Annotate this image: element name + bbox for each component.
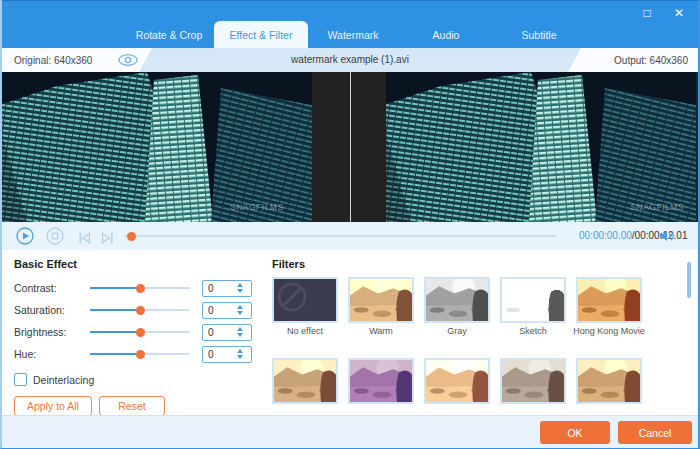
spin-down-icon[interactable] [237,289,243,293]
hue-row: Hue: [14,343,262,365]
filter-label: Hong Kong Movie [566,326,652,336]
hue-label: Hue: [14,348,90,360]
hue-slider-thumb[interactable] [136,350,145,359]
contrast-spinbox [202,280,252,297]
footer-bar: OK Cancel [2,415,698,448]
reset-button[interactable]: Reset [99,396,165,416]
title-bar: □ ✕ Rotate & Crop Effect & Filter Waterm… [2,0,698,48]
preview-eye-button[interactable] [118,54,138,68]
brightness-value-input[interactable] [203,327,235,338]
filter-thumbnail[interactable] [424,358,490,404]
video-watermark: SNAGFILMS [230,202,284,212]
saturation-slider[interactable] [90,309,190,311]
filter-thumbnail[interactable] [576,358,642,404]
brightness-spinbox [202,324,252,341]
filter-thumbnail-no-effect[interactable] [272,277,338,323]
basic-effect-section: Basic Effect Contrast: Saturation: Brigh [14,258,262,416]
saturation-label: Saturation: [14,304,90,316]
deinterlacing-row: Deinterlacing [14,372,262,387]
slider-fill [90,309,140,311]
no-effect-icon [274,279,336,321]
apply-to-all-button[interactable]: Apply to All [14,396,92,416]
tab-rotate-crop[interactable]: Rotate & Crop [122,21,216,49]
play-icon [16,227,34,245]
volume-button[interactable] [659,229,676,247]
play-button[interactable] [16,227,34,249]
brightness-slider-thumb[interactable] [136,328,145,337]
hue-slider[interactable] [90,353,190,355]
saturation-value-input[interactable] [203,305,235,316]
brightness-label: Brightness: [14,326,90,338]
deinterlacing-checkbox[interactable] [14,373,27,386]
original-video-preview [2,72,312,222]
next-frame-button[interactable] [100,230,114,248]
ok-button[interactable]: OK [540,421,610,444]
basic-effect-buttons: Apply to All Reset [14,396,262,416]
filter-thumbnail-gray[interactable] [424,277,490,323]
contrast-value-input[interactable] [203,283,235,294]
preview-area: SNAGFILMS SNAGFILMS [2,72,698,222]
playback-bar: 00:00:00.00/00:00:12.01 [2,222,698,250]
hue-value-input[interactable] [203,349,235,360]
info-bar: watermark example (1).avi Original: 640x… [2,48,698,72]
stop-icon [46,227,64,245]
cancel-button[interactable]: Cancel [618,421,692,444]
saturation-row: Saturation: [14,299,262,321]
current-time: 00:00:00.00 [579,230,632,241]
filters-row-2 [272,358,682,404]
filters-row-1: No effect Warm Gray Sketch Hong Kong Mov… [272,277,682,336]
filter-hong-kong-movie: Hong Kong Movie [576,277,642,336]
brightness-slider[interactable] [90,331,190,333]
stop-button[interactable] [46,227,64,249]
saturation-spinbox [202,302,252,319]
filters-scrollbar[interactable] [687,262,691,298]
saturation-slider-thumb[interactable] [136,306,145,315]
effects-panel: Basic Effect Contrast: Saturation: Brigh [2,250,698,415]
filter-label: Sketch [490,326,576,336]
close-button[interactable]: ✕ [670,5,688,21]
original-size-label: Original: 640x360 [14,55,92,66]
filter-label: No effect [262,326,348,336]
spin-up-icon[interactable] [237,283,243,287]
app-window: □ ✕ Rotate & Crop Effect & Filter Waterm… [0,0,700,449]
filter-thumbnail-hong-kong-movie[interactable] [576,277,642,323]
tab-audio[interactable]: Audio [399,21,493,49]
maximize-button[interactable]: □ [638,5,656,21]
filter-label: Gray [414,326,500,336]
seek-slider[interactable] [124,235,556,237]
filter-thumbnail[interactable] [500,358,566,404]
contrast-slider-thumb[interactable] [136,284,145,293]
spin-down-icon[interactable] [237,311,243,315]
spin-down-icon[interactable] [237,333,243,337]
deinterlacing-label: Deinterlacing [33,374,94,386]
contrast-row: Contrast: [14,277,262,299]
slider-fill [90,287,140,289]
filter-thumbnail-warm[interactable] [348,277,414,323]
speaker-icon [659,229,676,243]
window-controls: □ ✕ [638,5,688,21]
spin-up-icon[interactable] [237,305,243,309]
contrast-slider[interactable] [90,287,190,289]
tab-watermark[interactable]: Watermark [306,21,400,49]
tab-bar: Rotate & Crop Effect & Filter Watermark … [2,21,698,49]
spin-up-icon[interactable] [237,327,243,331]
filter-no-effect: No effect [272,277,338,336]
filters-section: Filters No effect Warm [272,258,682,404]
filter-warm: Warm [348,277,414,336]
eye-icon [118,54,138,66]
seek-slider-thumb[interactable] [127,232,136,241]
video-watermark: SNAGFILMS [630,202,684,212]
spin-up-icon[interactable] [237,349,243,353]
tab-subtitle[interactable]: Subtitle [492,21,586,49]
contrast-label: Contrast: [14,282,90,294]
tab-effect-filter[interactable]: Effect & Filter [214,21,308,49]
spin-down-icon[interactable] [237,355,243,359]
output-size-label: Output: 640x360 [614,55,688,66]
filter-label: Warm [338,326,424,336]
filter-thumbnail[interactable] [348,358,414,404]
skip-back-icon [78,232,92,244]
filter-thumbnail[interactable] [272,358,338,404]
filter-thumbnail-sketch[interactable] [500,277,566,323]
slider-fill [90,353,140,355]
prev-frame-button[interactable] [78,230,92,248]
